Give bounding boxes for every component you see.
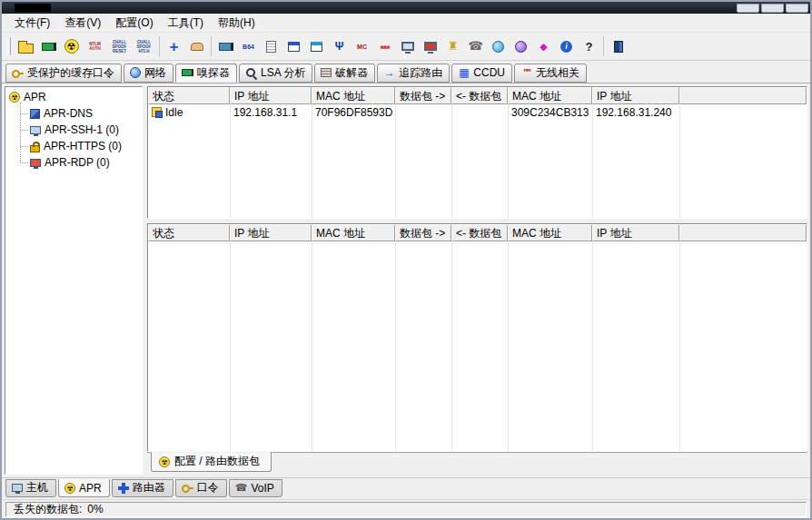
- grid-line: [592, 241, 593, 451]
- close-button[interactable]: [786, 4, 808, 13]
- grid-line: [592, 104, 593, 218]
- titlebar[interactable]: [2, 2, 810, 14]
- tree-node-apr-dns[interactable]: APR-DNS: [15, 105, 140, 122]
- telephone-button[interactable]: ☎: [464, 35, 487, 58]
- app-window-button-1[interactable]: [282, 35, 305, 58]
- tab-sniffer[interactable]: 嗅探器: [175, 64, 237, 83]
- cell-mac: 70F96DF8593D: [312, 106, 395, 119]
- tab-hosts[interactable]: 主机: [5, 479, 56, 497]
- chall-spoof-htlh-button[interactable]: CHALL SPOOF HTLH: [132, 35, 156, 58]
- base64-decoder-button[interactable]: B64: [237, 35, 260, 58]
- tab-wireless[interactable]: ”” 无线相关: [514, 64, 587, 83]
- column-header-ip2[interactable]: IP 地址: [592, 224, 679, 241]
- tuning-fork-button[interactable]: Ψ: [328, 35, 351, 58]
- apr-toggle-button[interactable]: ☢: [60, 35, 83, 58]
- network-card-icon: [219, 43, 233, 51]
- monitor-red-button[interactable]: [419, 35, 441, 58]
- config-route-packets-tab[interactable]: ☢ 配置 / 路由数据包: [151, 452, 272, 472]
- tab-label: 追踪路由: [399, 65, 442, 81]
- tab-traceroute[interactable]: → 追踪路由: [377, 64, 450, 83]
- magnifier-icon: [245, 67, 257, 79]
- sniffer-toggle-button[interactable]: [37, 35, 60, 58]
- tree-node-apr-ssh[interactable]: APR-SSH-1 (0): [15, 122, 140, 138]
- mc-tool-button[interactable]: MC: [351, 35, 373, 58]
- menu-tools[interactable]: 工具(T): [161, 14, 211, 33]
- chall-spoof-reset-button[interactable]: CHALL SPOOF RESET: [107, 35, 132, 58]
- sphere-button[interactable]: [510, 35, 532, 58]
- tab-lsa-secrets[interactable]: LSA 分析: [239, 64, 312, 83]
- tower-button[interactable]: ♜: [441, 35, 464, 58]
- tab-label: 主机: [26, 480, 48, 495]
- tab-apr[interactable]: ☢ APR: [58, 479, 110, 497]
- column-header-status[interactable]: 状态: [148, 224, 230, 241]
- add-to-list-button[interactable]: +: [163, 35, 185, 58]
- table-body[interactable]: Idle 192.168.31.1 70F96DF8593D 309C234CB…: [148, 104, 807, 218]
- column-header-packets-in[interactable]: <- 数据包: [451, 224, 508, 241]
- tab-routing[interactable]: 路由器: [112, 479, 173, 497]
- info-icon: i: [560, 41, 572, 53]
- main-window: 文件(F) 查看(V) 配置(O) 工具(T) 帮助(H) ☢ NTLM AUT…: [0, 0, 812, 520]
- column-header-ip[interactable]: IP 地址: [230, 224, 312, 241]
- tree-node-apr-https[interactable]: APR-HTTPS (0): [15, 138, 140, 154]
- tree-node-apr-rdp[interactable]: APR-RDP (0): [15, 154, 140, 171]
- lost-packets-value: 0%: [87, 503, 103, 515]
- monitor-icon: [30, 126, 41, 134]
- table-body[interactable]: [148, 241, 807, 451]
- notes-button[interactable]: [260, 35, 282, 58]
- help-button[interactable]: ?: [578, 35, 600, 58]
- column-header-ip2[interactable]: IP 地址: [592, 87, 679, 104]
- toolbar-grip[interactable]: [7, 37, 11, 55]
- column-header-mac[interactable]: MAC 地址: [312, 87, 395, 104]
- window-icon: [311, 42, 322, 52]
- tab-voip[interactable]: ☎ VoIP: [229, 479, 282, 497]
- column-header-status[interactable]: 状态: [148, 87, 230, 104]
- menu-view[interactable]: 查看(V): [57, 14, 108, 33]
- tab-label: 嗅探器: [197, 65, 230, 81]
- status-text: Idle: [165, 106, 183, 119]
- sphere-icon: [515, 41, 527, 53]
- radiation-icon: ☢: [9, 92, 20, 103]
- grid-line: [230, 241, 231, 451]
- column-header-packets-out[interactable]: 数据包 ->: [395, 224, 451, 241]
- tab-passwords[interactable]: 口令: [175, 479, 227, 497]
- tab-cached-passwords[interactable]: 受保护的缓存口令: [5, 64, 122, 83]
- tab-cracker[interactable]: 破解器: [314, 64, 375, 83]
- column-header-filler[interactable]: [679, 224, 807, 241]
- info-button[interactable]: i: [555, 35, 578, 58]
- column-header-ip[interactable]: IP 地址: [230, 87, 312, 104]
- column-header-mac[interactable]: MAC 地址: [312, 224, 395, 241]
- column-header-mac2[interactable]: MAC 地址: [508, 87, 592, 104]
- view-tabbar: 受保护的缓存口令 网络 嗅探器 LSA 分析 破解器 → 追踪路由 ▦ CCDU…: [2, 61, 810, 83]
- exit-button[interactable]: [607, 35, 629, 58]
- menu-help[interactable]: 帮助(H): [211, 14, 262, 33]
- open-file-button[interactable]: [15, 35, 37, 58]
- ntlm-auth-button[interactable]: NTLM AUTH: [83, 35, 107, 58]
- tree-node-apr[interactable]: ☢ APR: [7, 89, 140, 105]
- column-header-packets-in[interactable]: <- 数据包: [451, 87, 508, 104]
- column-header-packets-out[interactable]: 数据包 ->: [395, 87, 451, 104]
- table-row[interactable]: Idle 192.168.31.1 70F96DF8593D 309C234CB…: [148, 104, 807, 120]
- menu-configure[interactable]: 配置(O): [108, 14, 160, 33]
- monitor-button[interactable]: [396, 35, 419, 58]
- tab-label: 破解器: [335, 65, 368, 81]
- main-area: ☢ APR APR-DNS APR-SSH-1 (0) APR-HTTPS (0…: [2, 83, 810, 477]
- remove-button[interactable]: [185, 35, 208, 58]
- menu-file[interactable]: 文件(F): [7, 14, 57, 33]
- column-header-filler[interactable]: [679, 87, 807, 104]
- password-reveal-button[interactable]: ***: [373, 35, 396, 58]
- network-adapter-icon: [42, 43, 56, 51]
- plug-button[interactable]: ◆: [532, 35, 555, 58]
- tab-label: APR: [79, 482, 102, 495]
- network-card-button[interactable]: [214, 35, 237, 58]
- maximize-button[interactable]: [761, 4, 784, 13]
- column-header-mac2[interactable]: MAC 地址: [508, 224, 592, 241]
- app-window-button-2[interactable]: [305, 35, 328, 58]
- minimize-button[interactable]: [737, 4, 759, 13]
- globe-button[interactable]: [487, 35, 510, 58]
- open-folder-icon: [18, 44, 34, 54]
- cell-mac2: 309C234CB313: [508, 106, 592, 119]
- key-icon: [182, 482, 193, 494]
- tab-network[interactable]: 网络: [124, 64, 173, 83]
- tab-ccdu[interactable]: ▦ CCDU: [451, 64, 512, 83]
- network-adapter-icon: [182, 69, 193, 76]
